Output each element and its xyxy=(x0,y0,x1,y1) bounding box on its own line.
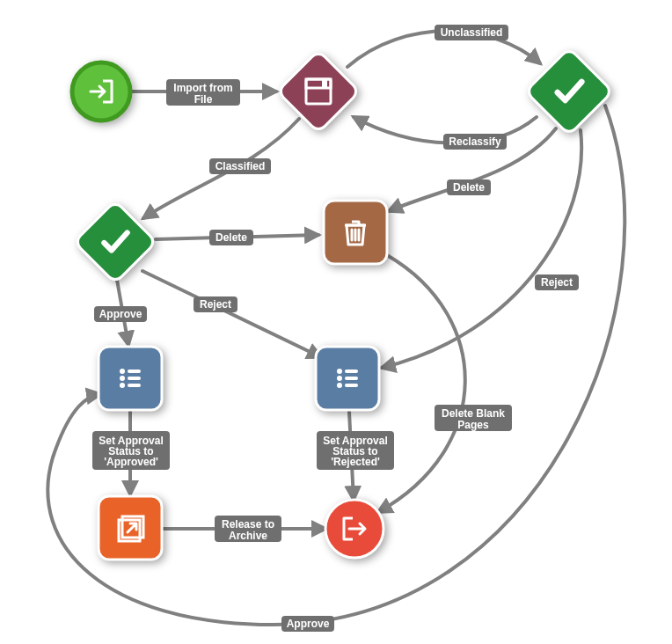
node-list-approved[interactable] xyxy=(99,347,162,410)
label-reject2: Reject xyxy=(535,274,579,290)
label-unclassified: Unclassified xyxy=(435,25,508,40)
node-save[interactable] xyxy=(277,50,359,132)
label-approve1: Approve xyxy=(94,306,147,322)
node-release[interactable] xyxy=(99,496,162,560)
svg-text:Reclassify: Reclassify xyxy=(449,135,501,148)
svg-text:Unclassified: Unclassified xyxy=(441,26,503,39)
label-reject1: Reject xyxy=(194,296,237,312)
trash-icon xyxy=(345,222,366,245)
label-classified: Classified xyxy=(209,158,271,174)
svg-text:Reject: Reject xyxy=(200,298,231,311)
svg-text:Classified: Classified xyxy=(215,160,266,172)
label-setrejected: Set ApprovalStatus to'Rejected' xyxy=(317,431,394,470)
edge-deleteblank xyxy=(378,255,465,512)
label-deleteblank: Delete BlankPages xyxy=(435,405,512,431)
svg-text:Release toArchive: Release toArchive xyxy=(222,518,274,542)
label-release: Release toArchive xyxy=(215,516,281,542)
svg-text:Delete: Delete xyxy=(215,231,247,244)
label-delete1: Delete xyxy=(209,230,253,245)
svg-text:Approve: Approve xyxy=(99,308,142,320)
label-setapproved: Set ApprovalStatus to'Approved' xyxy=(92,431,170,470)
svg-text:Reject: Reject xyxy=(541,276,573,289)
release-icon xyxy=(119,516,143,541)
node-start[interactable] xyxy=(72,62,130,121)
node-end[interactable] xyxy=(325,500,383,558)
svg-text:Delete: Delete xyxy=(453,181,485,194)
node-trash[interactable] xyxy=(324,201,387,264)
edge-reject1 xyxy=(142,271,321,357)
edge-reject2 xyxy=(382,130,581,368)
svg-rect-40 xyxy=(277,50,359,132)
list-icon xyxy=(120,369,141,388)
nodes xyxy=(72,48,612,560)
list-icon xyxy=(337,369,358,388)
node-list-rejected[interactable] xyxy=(316,347,379,410)
svg-text:Approve: Approve xyxy=(287,618,330,630)
label-import: Import fromFile xyxy=(166,79,240,106)
label-reclassify: Reclassify xyxy=(443,134,507,150)
label-approve2: Approve xyxy=(281,616,334,632)
label-delete2: Delete xyxy=(447,179,491,195)
